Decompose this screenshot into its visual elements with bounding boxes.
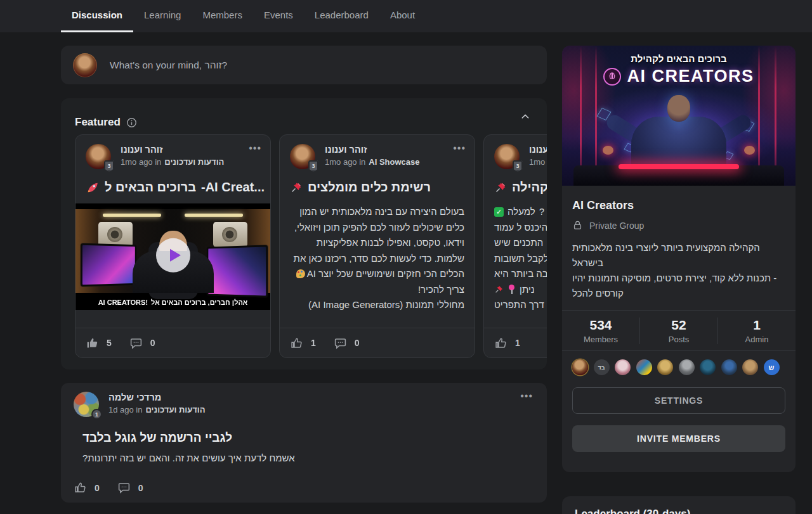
member-avatar[interactable]	[700, 359, 716, 375]
post-category[interactable]: הודעות ועדכונים	[164, 157, 224, 167]
author-avatar[interactable]: 1	[74, 392, 99, 417]
member-avatar[interactable]: ש	[764, 359, 780, 375]
banner-brand-row: AI CREATORS	[562, 67, 796, 86]
body-part3: מחוללי תמונות (AI Image Generators)	[290, 297, 464, 313]
pushpin-icon	[290, 181, 303, 194]
like-icon[interactable]	[86, 337, 99, 350]
like-icon[interactable]	[494, 337, 508, 350]
comment-count: 0	[138, 483, 143, 493]
like-count: 0	[95, 483, 100, 493]
post-composer[interactable]: What's on your mind, זוהר?	[61, 46, 547, 84]
banner-welcome-text: ברוכים הבאים לקהילת	[562, 53, 796, 64]
tab-leaderboard[interactable]: Leaderboard	[304, 0, 379, 32]
group-privacy: Private Group	[562, 220, 796, 231]
pushpin-icon	[494, 181, 507, 194]
tab-learning[interactable]: Learning	[133, 0, 192, 32]
nav-tabs: Discussion Learning Members Events Leade…	[61, 0, 426, 32]
glowing-keyboard	[619, 164, 739, 169]
tab-discussion[interactable]: Discussion	[61, 0, 133, 32]
post-category[interactable]: הודעות ועדכונים	[146, 405, 206, 414]
member-avatars-row: בד ש	[562, 351, 796, 375]
member-avatar[interactable]	[721, 359, 737, 375]
more-options-icon[interactable]: •••	[520, 390, 533, 402]
post-category[interactable]: AI Showcase	[369, 157, 419, 167]
settings-button[interactable]: SETTINGS	[572, 387, 785, 414]
featured-card-community[interactable]: 3 זוהר וענונו 1mo ago in הודעות ועדכונים…	[483, 134, 547, 358]
leaderboard-card: Leaderboard (30-days)	[562, 496, 796, 514]
post-meta: 1mo ago in AI Showcase	[325, 157, 420, 167]
card-footer: 5 0	[75, 328, 270, 357]
member-avatar[interactable]	[636, 359, 652, 375]
body-fragment: ניתן	[520, 282, 535, 298]
stat-value: 1	[718, 318, 796, 333]
body-line: ✓ למעלה ?	[494, 204, 547, 220]
member-avatar[interactable]: בד	[594, 359, 610, 375]
featured-header: Featured	[61, 98, 547, 134]
author-avatar[interactable]: 3	[86, 144, 111, 169]
member-avatar[interactable]	[742, 359, 758, 375]
tab-events[interactable]: Events	[253, 0, 304, 32]
post-title[interactable]: קהילה	[484, 180, 547, 195]
stat-members[interactable]: 534 Members	[562, 318, 639, 344]
card-header: 1 מרדכי שלמה 1d ago in הודעות ועדכונים •…	[61, 383, 547, 417]
author-avatar[interactable]: 3	[290, 144, 315, 169]
featured-card-tools[interactable]: 3 זוהר וענונו 1mo ago in AI Showcase •••	[279, 134, 475, 358]
composer-placeholder[interactable]: What's on your mind, זוהר?	[110, 46, 227, 84]
stat-posts[interactable]: 52 Posts	[639, 318, 717, 344]
more-options-icon[interactable]: •••	[453, 143, 466, 154]
comment-icon[interactable]	[334, 337, 347, 350]
current-user-avatar[interactable]	[73, 53, 97, 77]
author-name[interactable]: זוהר וענונו	[529, 145, 547, 155]
post-meta: 1d ago in הודעות ועדכונים	[108, 405, 206, 414]
comment-icon[interactable]	[117, 481, 131, 494]
video-caption: AI CREATORS! אהלן חברים, ברוכים הבאים אל	[75, 299, 270, 306]
group-stats: 534 Members 52 Posts 1 Admin	[562, 311, 796, 350]
body-part2: צריך להכיר!	[418, 284, 464, 295]
info-icon[interactable]	[126, 117, 137, 128]
body-line: דרך התפריט	[494, 297, 547, 313]
pushpin-icon	[494, 285, 504, 294]
play-button[interactable]	[156, 238, 190, 273]
author-block: מרדכי שלמה 1d ago in הודעות ועדכונים	[108, 392, 206, 417]
group-banner-image[interactable]: ברוכים הבאים לקהילת AI CREATORS	[562, 46, 796, 186]
stat-admins[interactable]: 1 Admin	[717, 318, 796, 344]
top-nav-bar: Discussion Learning Members Events Leade…	[0, 0, 812, 32]
member-avatar[interactable]	[615, 359, 631, 375]
group-description: הקהילה המקצועית ביותר ליוצרי בינה מלאכות…	[562, 240, 796, 301]
author-block: זוהר וענונו 1mo ago in הודעות ועדכונים	[121, 144, 224, 169]
tab-about[interactable]: About	[379, 0, 426, 32]
video-thumbnail[interactable]: AI CREATORS! אהלן חברים, ברוכים הבאים אל	[75, 203, 270, 310]
palette-icon	[296, 269, 305, 278]
member-avatar[interactable]	[679, 359, 695, 375]
author-name[interactable]: זוהר וענונו	[325, 145, 420, 155]
post-meta: 1mo ago in הודעות ועדכונים	[121, 157, 224, 167]
author-avatar[interactable]: 3	[494, 144, 520, 169]
post-footer: 0 0	[61, 473, 547, 503]
stat-label: Members	[562, 335, 639, 344]
figure-hand	[744, 146, 755, 155]
author-name[interactable]: זוהר וענונו	[121, 145, 224, 155]
post-title[interactable]: רשימת כלים מומלצים	[280, 180, 475, 195]
body-line: היכנס ל עמוד	[494, 220, 547, 236]
post-title[interactable]: ברוכים הבאים ל-AI Creat...	[75, 180, 270, 195]
invite-members-button[interactable]: INVITE MEMBERS	[572, 425, 785, 452]
more-options-icon[interactable]: •••	[249, 143, 261, 154]
like-icon[interactable]	[290, 337, 303, 350]
group-sidebar: ברוכים הבאים לקהילת AI CREATORS AI Creat…	[562, 46, 796, 472]
author-name[interactable]: מרדכי שלמה	[108, 392, 206, 402]
member-avatar[interactable]	[657, 359, 673, 375]
level-badge: 1	[91, 409, 102, 420]
comment-icon[interactable]	[129, 337, 143, 350]
featured-card-welcome[interactable]: 3 זוהר וענונו 1mo ago in הודעות ועדכונים…	[75, 134, 271, 358]
post-time: 1mo ago in	[529, 157, 547, 167]
post-meta: 1mo ago in הודעות ועדכונים	[529, 157, 547, 167]
post-body: אשמח לדעת איך עושים את זה. והאם יש בזה י…	[61, 453, 547, 463]
card-footer: 1 0	[280, 328, 475, 357]
post-title[interactable]: לגביי הרשמה של גוגל בלבד	[61, 431, 547, 445]
tab-members[interactable]: Members	[192, 0, 253, 32]
collapse-chevron-up-icon[interactable]	[520, 112, 530, 122]
member-avatar[interactable]	[572, 359, 588, 375]
feed-post[interactable]: 1 מרדכי שלמה 1d ago in הודעות ועדכונים •…	[61, 383, 547, 503]
like-count: 5	[107, 338, 112, 348]
like-icon[interactable]	[74, 481, 87, 494]
